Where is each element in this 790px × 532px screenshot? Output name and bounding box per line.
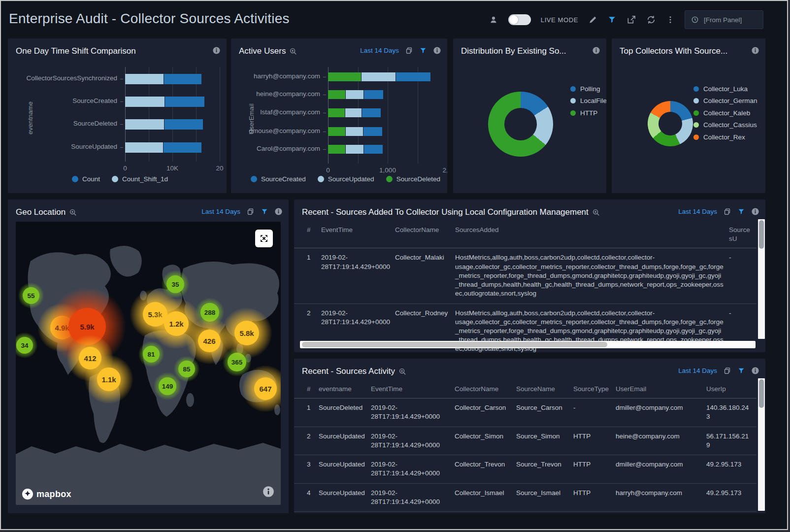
copy-icon[interactable] xyxy=(405,46,413,55)
zoom-in-icon[interactable] xyxy=(592,208,600,217)
bar-segment-Count_Shift_1d[interactable] xyxy=(125,119,164,130)
bar-segment-SourceUpdated[interactable] xyxy=(362,72,395,81)
map-bubble[interactable]: 81 xyxy=(143,346,160,363)
bar-segment-Count_Shift_1d[interactable] xyxy=(125,97,165,107)
bar-row[interactable] xyxy=(125,97,204,107)
column-header[interactable]: EventTime xyxy=(321,221,395,239)
column-header[interactable]: SourcesAdded xyxy=(455,221,729,239)
kebab-menu-icon[interactable] xyxy=(666,15,675,25)
column-header[interactable]: UserIp xyxy=(706,380,757,398)
legend-item[interactable]: Collector_German xyxy=(693,95,757,107)
bar-segment-SourceDeleted[interactable] xyxy=(328,127,345,136)
time-range-link[interactable]: Last 14 Days xyxy=(360,47,399,54)
filter-icon[interactable] xyxy=(737,208,745,216)
legend-item[interactable]: SourceDeleted xyxy=(386,175,440,183)
legend-item[interactable]: Polling xyxy=(570,83,606,95)
map-attribution-info-icon[interactable] xyxy=(262,485,275,500)
legend-item[interactable]: Collector_Kaleb xyxy=(693,107,757,119)
column-header[interactable]: SourcesU xyxy=(729,221,757,248)
copy-icon[interactable] xyxy=(246,207,255,216)
time-range-box[interactable]: [From Panel] xyxy=(685,10,763,29)
expand-map-button[interactable] xyxy=(255,230,273,247)
column-header[interactable]: UserEmail xyxy=(616,380,706,398)
column-header[interactable]: SourceType xyxy=(573,380,616,398)
bar-row[interactable] xyxy=(328,145,383,154)
scrollbar-thumb[interactable] xyxy=(759,379,764,408)
legend-item[interactable]: Count xyxy=(72,175,100,183)
horizontal-scrollbar[interactable] xyxy=(300,341,756,348)
donut-chart[interactable] xyxy=(648,101,693,146)
world-map[interactable]: 55344.9k5.9k4121.1k5.3k1.2k3528881426851… xyxy=(16,222,281,505)
bar-row[interactable] xyxy=(328,127,382,136)
map-bubble[interactable]: 1.2k xyxy=(164,311,189,336)
zoom-in-icon[interactable] xyxy=(398,367,407,376)
edit-pencil-icon[interactable] xyxy=(588,15,597,25)
time-range-link[interactable]: Last 14 Days xyxy=(201,208,240,215)
bar-segment-SourceCreated[interactable] xyxy=(364,90,383,99)
filter-icon[interactable] xyxy=(607,15,617,25)
bar-row[interactable] xyxy=(328,90,383,99)
bar-segment-SourceCreated[interactable] xyxy=(363,127,382,136)
bar-segment-Count[interactable] xyxy=(164,142,201,153)
map-bubble[interactable]: 149 xyxy=(159,377,176,395)
column-header[interactable]: eventname xyxy=(319,380,371,398)
bar-row[interactable] xyxy=(328,108,381,117)
map-bubble[interactable]: 34 xyxy=(16,337,33,354)
legend-item[interactable]: Collector_Luka xyxy=(693,83,757,95)
map-bubble[interactable]: 1.1k xyxy=(97,367,121,391)
scrollbar-thumb[interactable] xyxy=(759,220,764,249)
filter-icon[interactable] xyxy=(737,367,745,375)
bar-segment-Count[interactable] xyxy=(165,119,203,130)
user-icon[interactable] xyxy=(489,15,498,25)
bar-row[interactable] xyxy=(125,74,201,84)
bar-row[interactable] xyxy=(125,119,203,130)
vertical-scrollbar[interactable] xyxy=(758,219,765,339)
bar-segment-SourceCreated[interactable] xyxy=(396,72,430,81)
column-header[interactable]: # xyxy=(307,380,319,398)
bar-segment-SourceUpdated[interactable] xyxy=(345,108,362,117)
refresh-icon[interactable] xyxy=(646,15,656,25)
map-bubble[interactable]: 35 xyxy=(166,275,184,293)
legend-item[interactable]: Count_Shift_1d xyxy=(112,175,168,183)
info-icon[interactable] xyxy=(751,366,759,375)
filter-icon[interactable] xyxy=(419,47,427,55)
donut-chart[interactable] xyxy=(488,92,553,157)
bar-segment-SourceDeleted[interactable] xyxy=(328,90,345,99)
bar-segment-SourceDeleted[interactable] xyxy=(328,72,361,81)
live-mode-toggle[interactable] xyxy=(508,14,531,25)
time-range-link[interactable]: Last 14 Days xyxy=(678,367,717,374)
info-icon[interactable] xyxy=(751,207,759,216)
scrollbar-thumb[interactable] xyxy=(302,342,607,347)
vertical-scrollbar[interactable] xyxy=(758,378,765,511)
legend-item[interactable]: HTTP xyxy=(570,107,606,119)
bar-row[interactable] xyxy=(328,72,430,81)
bar-segment-Count[interactable] xyxy=(164,74,201,84)
bar-row[interactable] xyxy=(125,142,201,153)
column-header[interactable]: # xyxy=(307,221,321,239)
bar-segment-Count_Shift_1d[interactable] xyxy=(125,142,163,153)
map-bubble[interactable]: 85 xyxy=(178,361,195,377)
bar-segment-Count[interactable] xyxy=(165,97,205,107)
legend-item[interactable]: Collector_Rex xyxy=(693,131,757,143)
filter-icon[interactable] xyxy=(261,208,268,216)
info-icon[interactable] xyxy=(751,46,759,55)
bar-segment-SourceDeleted[interactable] xyxy=(328,108,345,117)
copy-icon[interactable] xyxy=(723,366,731,375)
bar-segment-SourceUpdated[interactable] xyxy=(346,90,363,99)
column-header[interactable]: EventTime xyxy=(371,380,455,398)
bar-segment-SourceCreated[interactable] xyxy=(362,108,381,117)
map-bubble[interactable]: 647 xyxy=(254,377,277,400)
info-icon[interactable] xyxy=(433,46,441,55)
bar-segment-SourceUpdated[interactable] xyxy=(346,145,363,154)
share-icon[interactable] xyxy=(626,15,636,25)
legend-item[interactable]: Collector_Cassius xyxy=(693,119,757,132)
bar-segment-SourceCreated[interactable] xyxy=(364,145,383,154)
legend-item[interactable]: SourceCreated xyxy=(251,175,306,183)
info-icon[interactable] xyxy=(274,207,283,216)
time-range-link[interactable]: Last 14 Days xyxy=(678,208,717,215)
zoom-in-icon[interactable] xyxy=(69,208,77,217)
info-icon[interactable] xyxy=(592,46,600,55)
zoom-in-icon[interactable] xyxy=(289,47,297,56)
mapbox-logo[interactable]: mapbox xyxy=(22,488,71,500)
legend-item[interactable]: SourceUpdated xyxy=(318,175,374,183)
